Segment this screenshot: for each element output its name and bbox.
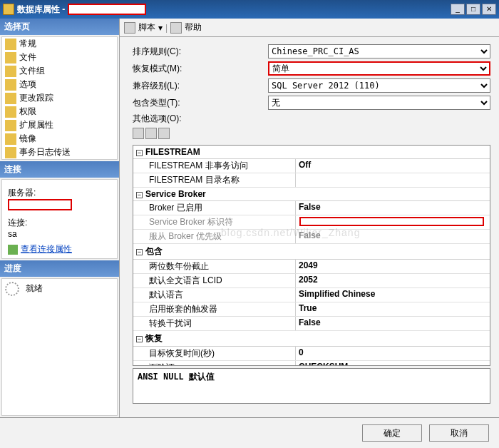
help-icon	[170, 22, 182, 34]
sort-icon[interactable]	[145, 128, 157, 139]
section-servicebroker[interactable]: −Service Broker	[133, 188, 490, 201]
prop-row: 默认语言Simplified Chinese	[133, 288, 490, 302]
redacted-server	[8, 199, 72, 210]
main-panel: 脚本 ▾ | 帮助 排序规则(C): Chinese_PRC_CI_AS 恢复模…	[120, 19, 499, 417]
prop-row: FILESTREAM 目录名称	[133, 173, 490, 188]
compat-label: 兼容级别(L):	[133, 80, 268, 92]
server-label: 服务器:	[8, 187, 111, 199]
view-connection-props-link[interactable]: 查看连接属性	[8, 243, 111, 255]
page-icon	[5, 79, 16, 91]
property-grid[interactable]: −FILESTREAM FILESTREAM 非事务访问Off FILESTRE…	[133, 145, 490, 366]
sidebar-item-permissions[interactable]: 权限	[2, 105, 117, 118]
containment-select[interactable]: 无	[268, 96, 490, 110]
spinner-icon	[5, 282, 19, 296]
page-icon	[5, 93, 16, 104]
script-icon	[124, 22, 135, 34]
connection-label: 连接:	[8, 217, 111, 229]
sidebar-item-filegroups[interactable]: 文件组	[2, 64, 117, 78]
window-buttons: _ □ ✕	[451, 4, 496, 15]
collapse-icon[interactable]: −	[136, 150, 143, 156]
page-icon	[5, 120, 16, 131]
properties-icon	[8, 245, 18, 255]
collation-label: 排序规则(C):	[133, 46, 268, 58]
page-icon	[5, 133, 16, 145]
collapse-icon[interactable]: −	[136, 336, 143, 342]
redacted-dbname	[68, 4, 146, 15]
sidebar-item-options[interactable]: 选项	[2, 78, 117, 91]
sidebar: 选择页 常规 文件 文件组 选项 更改跟踪 权限 扩展属性 镜像 事务日志传送 …	[0, 19, 120, 417]
prop-row: FILESTREAM 非事务访问Off	[133, 159, 490, 173]
recovery-label: 恢复模式(M):	[133, 63, 268, 75]
select-page-header: 选择页	[0, 19, 119, 35]
prop-row: Service Broker 标识符	[133, 215, 490, 230]
description-pane: ANSI NULL 默认值	[133, 368, 490, 404]
prop-row: 服从 Broker 优先级False	[133, 230, 490, 244]
prop-row: 转换干扰词False	[133, 317, 490, 331]
section-filestream[interactable]: −FILESTREAM	[133, 146, 490, 159]
title-bar: 数据库属性 - _ □ ✕	[0, 0, 499, 19]
separator: |	[165, 23, 168, 33]
script-button[interactable]: 脚本	[138, 21, 155, 34]
prop-row: 启用嵌套的触发器True	[133, 302, 490, 317]
progress-panel: 就绪	[1, 278, 118, 416]
progress-header: 进度	[0, 260, 119, 277]
prop-row: 两位数年份截止2049	[133, 260, 490, 274]
prop-row: Broker 已启用False	[133, 201, 490, 215]
page-icon	[5, 39, 16, 50]
connection-value: sa	[8, 229, 111, 239]
page-icon	[5, 106, 16, 118]
prop-row: 默认全文语言 LCID2052	[133, 274, 490, 288]
page-icon	[5, 66, 16, 77]
prop-row: 页验证CHECKSUM	[133, 361, 490, 366]
collation-select[interactable]: Chinese_PRC_CI_AS	[268, 44, 490, 58]
page-list: 常规 文件 文件组 选项 更改跟踪 权限 扩展属性 镜像 事务日志传送	[1, 36, 118, 160]
sidebar-item-files[interactable]: 文件	[2, 51, 117, 64]
other-options-label: 其他选项(O):	[133, 113, 268, 125]
connection-panel: 服务器: 连接: sa 查看连接属性	[1, 179, 118, 259]
window-title: 数据库属性 -	[17, 4, 451, 16]
connection-header: 连接	[0, 161, 119, 178]
collapse-icon[interactable]: −	[136, 192, 143, 198]
redacted-broker-id	[299, 217, 484, 226]
dialog-footer: 确定 取消	[0, 417, 499, 448]
sidebar-item-extprops[interactable]: 扩展属性	[2, 118, 117, 132]
prop-row: 目标恢复时间(秒)0	[133, 347, 490, 361]
toolbar: 脚本 ▾ | 帮助	[120, 19, 499, 37]
recovery-select[interactable]: 简单	[268, 61, 490, 76]
containment-label: 包含类型(T):	[133, 97, 268, 109]
database-icon	[3, 4, 14, 15]
page-icon	[5, 52, 16, 63]
section-recovery[interactable]: −恢复	[133, 331, 490, 347]
collapse-icon[interactable]: −	[136, 249, 143, 255]
ok-button[interactable]: 确定	[362, 424, 422, 442]
section-containment[interactable]: −包含	[133, 244, 490, 260]
sidebar-item-general[interactable]: 常规	[2, 37, 117, 51]
maximize-button[interactable]: □	[466, 4, 480, 15]
page-icon	[5, 147, 16, 158]
sidebar-item-mirror[interactable]: 镜像	[2, 132, 117, 146]
close-button[interactable]: ✕	[482, 4, 496, 15]
minimize-button[interactable]: _	[451, 4, 465, 15]
compat-select[interactable]: SQL Server 2012 (110)	[268, 78, 490, 93]
sidebar-item-logship[interactable]: 事务日志传送	[2, 146, 117, 159]
dropdown-arrow-icon[interactable]: ▾	[158, 23, 163, 33]
status-ready: 就绪	[26, 283, 43, 293]
props-icon[interactable]	[158, 128, 170, 139]
cancel-button[interactable]: 取消	[429, 424, 489, 442]
options-form: 排序规则(C): Chinese_PRC_CI_AS 恢复模式(M): 简单 兼…	[120, 37, 499, 142]
categorize-icon[interactable]	[133, 128, 144, 139]
sidebar-item-changetracking[interactable]: 更改跟踪	[2, 91, 117, 105]
help-button[interactable]: 帮助	[185, 21, 202, 34]
